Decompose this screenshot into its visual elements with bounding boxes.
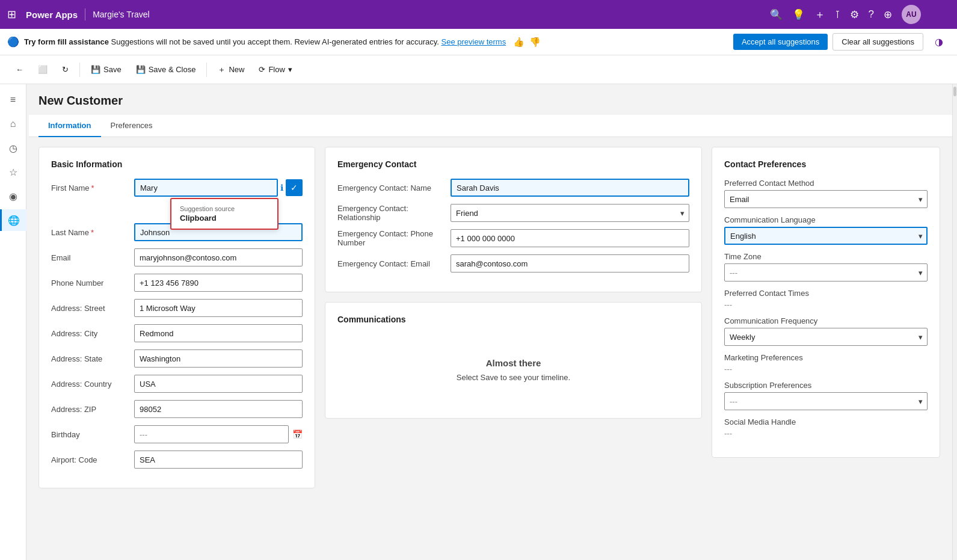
calendar-icon[interactable]: 📅	[292, 429, 303, 439]
ec-name-input[interactable]	[451, 179, 689, 197]
timeline-title: Almost there	[349, 358, 677, 368]
add-icon[interactable]: ＋	[814, 7, 825, 22]
state-row: Address: State	[51, 349, 303, 368]
banner-bold-text: Try form fill assistance	[24, 37, 109, 46]
preview-terms-link[interactable]: See preview terms	[441, 37, 506, 46]
back-button[interactable]: ←	[10, 61, 29, 78]
marketing-pref-row: Marketing Preferences ---	[724, 353, 928, 374]
basic-info-section: Basic Information First Name * ℹ ✓	[38, 147, 315, 488]
flow-chevron-icon: ▾	[288, 65, 292, 74]
email-row: Email	[51, 248, 303, 266]
country-row: Address: Country	[51, 375, 303, 393]
ec-relationship-select[interactable]: Friend Family Colleague Other	[451, 204, 689, 222]
sidebar-menu-toggle[interactable]: ≡	[2, 89, 24, 111]
airport-code-input[interactable]	[134, 451, 303, 469]
tab-information[interactable]: Information	[38, 115, 101, 137]
sidebar-home-icon[interactable]: ⌂	[2, 113, 24, 135]
pref-method-row: Preferred Contact Method Email Phone Mai…	[724, 179, 928, 208]
banner-normal-text: Suggestions will not be saved until you …	[111, 37, 439, 46]
thumbs-down-icon[interactable]: 👎	[529, 37, 541, 48]
accept-all-btn[interactable]: Accept all suggestions	[733, 34, 828, 50]
colorful-circle-icon: 🔵	[7, 36, 19, 48]
subscription-pref-row: Subscription Preferences --- ▾	[724, 381, 928, 410]
right-scrollbar[interactable]	[952, 84, 957, 560]
tabs-bar: Information Preferences	[29, 115, 952, 137]
info-circle-icon[interactable]: ℹ	[280, 183, 283, 192]
email-input[interactable]	[134, 248, 303, 266]
birthday-input[interactable]	[134, 425, 289, 443]
pop-out-button[interactable]: ⬜	[32, 61, 54, 78]
basic-info-title: Basic Information	[51, 159, 303, 169]
city-input[interactable]	[134, 324, 303, 342]
banner-side-icon: ◑	[928, 36, 950, 48]
ai-banner: 🔵 Try form fill assistance Suggestions w…	[0, 29, 957, 55]
last-name-label: Last Name *	[51, 228, 129, 237]
first-name-confirm-btn[interactable]: ✓	[286, 179, 303, 196]
zip-input[interactable]	[134, 400, 303, 418]
first-name-required: *	[91, 183, 94, 192]
save-close-button[interactable]: 💾 Save & Close	[130, 61, 202, 78]
ec-phone-label: Emergency Contact: PhoneNumber	[337, 229, 446, 247]
top-navigation: ⊞ Power Apps Margie's Travel 🔍 💡 ＋ ⊺ ⚙ ?…	[0, 0, 957, 29]
lightbulb-icon[interactable]: 💡	[792, 8, 805, 21]
app-grid-icon[interactable]: ⊞	[7, 8, 16, 21]
filter-icon[interactable]: ⊺	[835, 8, 840, 21]
new-label: New	[229, 65, 244, 74]
first-name-input[interactable]	[134, 179, 278, 197]
settings-icon[interactable]: ⚙	[850, 8, 859, 21]
country-input[interactable]	[134, 375, 303, 393]
ec-relationship-select-wrapper: Friend Family Colleague Other ▾	[451, 204, 689, 222]
suggestion-popup: Suggestion source Clipboard	[170, 198, 278, 230]
comm-language-label: Communication Language	[724, 215, 816, 224]
copilot-icon[interactable]: ⊕	[884, 8, 892, 21]
timeline-subtitle: Select Save to see your timeline.	[349, 373, 677, 382]
thumbs-up-icon[interactable]: 👍	[513, 37, 525, 48]
state-input[interactable]	[134, 349, 303, 368]
birthday-label: Birthday	[51, 430, 129, 439]
first-name-row: First Name * ℹ ✓ Suggestion source Clipb…	[51, 179, 303, 197]
comm-language-select[interactable]: English Spanish French	[724, 227, 928, 245]
street-label: Address: Street	[51, 304, 129, 313]
emergency-contact-title: Emergency Contact	[337, 159, 689, 169]
app-title: Margie's Travel	[93, 10, 149, 19]
help-icon[interactable]: ?	[869, 8, 874, 20]
phone-input[interactable]	[134, 274, 303, 292]
refresh-button[interactable]: ↻	[56, 61, 75, 78]
phone-row: Phone Number	[51, 274, 303, 292]
new-button[interactable]: ＋ New	[212, 61, 250, 79]
sidebar-favorites-icon[interactable]: ☆	[2, 161, 24, 183]
sidebar-recent-icon[interactable]: ◷	[2, 137, 24, 159]
social-media-row: Social Media Handle ---	[724, 417, 928, 438]
avatar[interactable]: AU	[902, 5, 921, 24]
social-media-value: ---	[724, 429, 732, 438]
airport-code-label: Airport: Code	[51, 455, 129, 464]
marketing-pref-label: Marketing Preferences	[724, 353, 803, 362]
timezone-label: Time Zone	[724, 252, 802, 261]
flow-button[interactable]: ⟳ Flow ▾	[253, 61, 298, 78]
pref-method-select[interactable]: Email Phone Mail	[724, 190, 928, 208]
ec-name-label: Emergency Contact: Name	[337, 183, 446, 192]
pref-times-label: Preferred Contact Times	[724, 289, 809, 298]
tab-preferences[interactable]: Preferences	[101, 115, 162, 137]
street-input[interactable]	[134, 299, 303, 317]
comm-frequency-row: Communication Frequency Weekly Monthly D…	[724, 316, 928, 346]
sidebar-globe-icon[interactable]: 🌐	[0, 209, 26, 231]
ec-phone-input[interactable]	[451, 229, 689, 247]
clear-all-btn[interactable]: Clear all suggestions	[832, 33, 923, 51]
subscription-pref-select-wrapper: --- ▾	[724, 392, 928, 410]
toolbar-separator-1	[79, 63, 80, 77]
save-button[interactable]: 💾 Save	[85, 61, 128, 78]
timezone-select[interactable]: ---	[724, 263, 928, 282]
sidebar-apps-icon[interactable]: ◉	[2, 185, 24, 207]
first-name-wrapper: ℹ ✓ Suggestion source Clipboard	[134, 179, 303, 197]
banner-text: Try form fill assistance Suggestions wil…	[24, 37, 506, 46]
popup-value: Clipboard	[180, 214, 269, 223]
pref-method-label: Preferred Contact Method	[724, 179, 814, 188]
save-close-icon: 💾	[136, 65, 146, 74]
ec-email-input[interactable]	[451, 254, 689, 272]
emergency-contact-section: Emergency Contact Emergency Contact: Nam…	[325, 147, 702, 292]
comm-frequency-select[interactable]: Weekly Monthly Daily	[724, 328, 928, 346]
last-name-required: *	[91, 228, 94, 237]
search-icon[interactable]: 🔍	[770, 8, 783, 21]
subscription-pref-select[interactable]: ---	[724, 392, 928, 410]
